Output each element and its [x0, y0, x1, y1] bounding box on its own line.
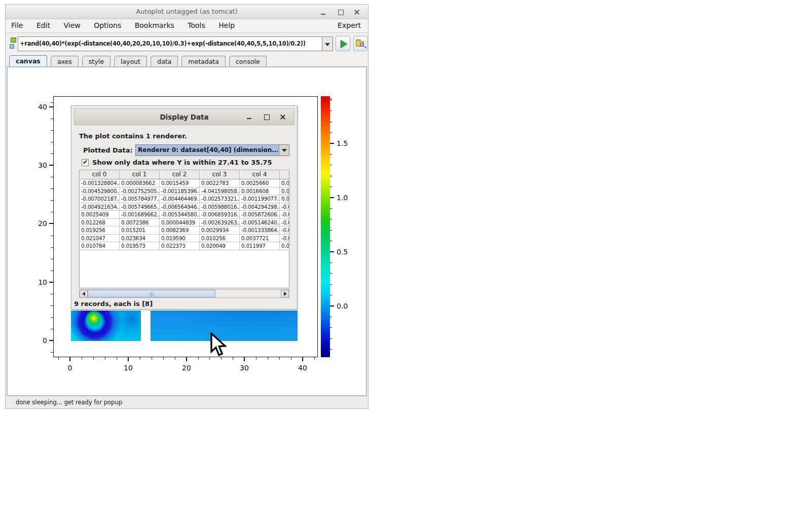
table-cell[interactable]: -0.0 — [280, 235, 289, 243]
table-row[interactable]: -0.004921634...-0.005749665...-0.0065649… — [80, 203, 289, 211]
scroll-right-icon[interactable] — [281, 290, 289, 297]
table-cell[interactable]: 0.00 — [280, 195, 289, 203]
table-cell[interactable]: 0.0015459 — [160, 179, 200, 187]
table-cell[interactable]: -0.0 — [280, 219, 289, 227]
table-cell[interactable]: -0.006564946... — [160, 203, 200, 211]
menu-tools[interactable]: Tools — [182, 19, 211, 33]
table-cell[interactable]: 0.023634 — [120, 235, 160, 243]
column-header[interactable] — [280, 170, 289, 179]
table-horizontal-scrollbar[interactable] — [79, 289, 289, 298]
dialog-minimize-icon[interactable] — [246, 114, 252, 120]
tab-axes[interactable]: axes — [51, 56, 79, 66]
table-cell[interactable]: -0.005988016... — [200, 203, 240, 211]
dialog-maximize-icon[interactable] — [264, 114, 270, 120]
table-cell[interactable]: 0.010784 — [80, 242, 120, 250]
table-cell[interactable]: -0.002573321... — [200, 195, 240, 203]
table-cell[interactable]: -0.0 — [280, 226, 289, 235]
uri-dropdown-icon[interactable] — [322, 36, 333, 51]
table-cell[interactable]: 0.010256 — [200, 235, 240, 243]
menu-edit[interactable]: Edit — [31, 19, 56, 33]
table-cell[interactable]: -0.001328804... — [80, 179, 120, 187]
scrollbar-thumb[interactable] — [88, 290, 215, 297]
scroll-left-icon[interactable] — [80, 290, 88, 297]
minimize-icon[interactable] — [320, 9, 326, 15]
table-row[interactable]: 0.0025409-0.001689662...-0.005344580...-… — [80, 211, 289, 219]
table-cell[interactable]: 0.019256 — [80, 226, 120, 235]
table-cell[interactable]: -0.002752505... — [120, 187, 160, 196]
table-cell[interactable]: -0.004921634... — [80, 203, 120, 211]
table-row[interactable]: -0.001328804...0.0000836620.00154590.002… — [80, 179, 289, 187]
close-icon[interactable] — [354, 9, 360, 15]
menu-options[interactable]: Options — [88, 19, 127, 33]
table-cell[interactable]: 0.019590 — [160, 235, 200, 243]
table-cell[interactable]: -0.001689662... — [120, 211, 160, 219]
table-cell[interactable]: 0.0025409 — [80, 211, 120, 219]
plot-canvas[interactable]: 40 30 20 10 0 0 10 20 30 40 1.5 1. — [7, 66, 367, 396]
table-cell[interactable]: 0.019573 — [120, 242, 160, 250]
plot-go-button[interactable] — [336, 36, 350, 51]
table-cell[interactable]: -0.001199077... — [240, 195, 280, 203]
table-cell[interactable]: 0.012268 — [80, 219, 120, 227]
column-header[interactable]: col 0 — [80, 170, 120, 179]
table-cell[interactable]: -0.0 — [280, 211, 289, 219]
tab-data[interactable]: data — [151, 56, 178, 66]
table-cell[interactable]: -0.002639263... — [200, 219, 240, 227]
table-cell[interactable]: 0.022373 — [160, 242, 200, 250]
table-cell[interactable]: -0.001333864... — [240, 226, 280, 235]
table-cell[interactable]: -0.006859316... — [200, 211, 240, 219]
dialog-titlebar[interactable]: Display Data — [74, 108, 294, 125]
table-cell[interactable]: 0.0016608 — [240, 187, 280, 196]
table-cell[interactable]: 0.015201 — [120, 226, 160, 235]
table-cell[interactable]: 0.0025660 — [240, 179, 280, 187]
table-cell[interactable]: 0.00 — [280, 242, 289, 250]
column-header[interactable]: col 4 — [240, 170, 280, 179]
table-cell[interactable]: 0.0072386 — [120, 219, 160, 227]
table-cell[interactable]: -0.001185396... — [160, 187, 200, 196]
tab-canvas[interactable]: canvas — [9, 55, 47, 66]
tab-metadata[interactable]: metadata — [181, 56, 226, 66]
table-row[interactable]: -0.007002187...-0.005784977...-0.0044644… — [80, 195, 289, 203]
tab-style[interactable]: style — [82, 56, 110, 66]
table-cell[interactable]: -0.005784977... — [120, 195, 160, 203]
menu-view[interactable]: View — [58, 19, 86, 33]
table-row[interactable]: -0.004529800...-0.002752505...-0.0011853… — [80, 187, 289, 196]
table-row[interactable]: 0.0210470.0236340.0195900.0102560.003772… — [80, 235, 289, 243]
table-cell[interactable]: -0.004529800... — [80, 187, 120, 196]
dialog-close-icon[interactable] — [280, 114, 286, 120]
column-header[interactable]: col 1 — [120, 170, 160, 179]
table-cell[interactable]: 0.00 — [280, 179, 289, 187]
table-cell[interactable]: 0.021047 — [80, 235, 120, 243]
table-row[interactable]: 0.0107840.0195730.0223730.0200490.011997… — [80, 242, 289, 250]
table-cell[interactable]: -0.005344580... — [160, 211, 200, 219]
table-cell[interactable]: -0.005872606... — [240, 211, 280, 219]
maximize-icon[interactable] — [338, 9, 344, 15]
filter-checkbox[interactable]: ✔ — [82, 159, 89, 166]
table-cell[interactable]: -0.004294298... — [240, 203, 280, 211]
column-header[interactable]: col 2 — [160, 170, 200, 179]
table-cell[interactable]: 0.011997 — [240, 242, 280, 250]
menu-bookmarks[interactable]: Bookmarks — [129, 19, 180, 33]
renderer-combobox[interactable]: Renderer 0: dataset[40,40] (dimension... — [135, 144, 289, 156]
column-header[interactable]: col 3 — [200, 170, 240, 179]
tab-layout[interactable]: layout — [114, 56, 147, 66]
data-table[interactable]: col 0col 1col 2col 3col 4 -0.001328804..… — [79, 170, 289, 288]
table-cell[interactable]: 0.0082369 — [160, 226, 200, 235]
table-cell[interactable]: -0.005749665... — [120, 203, 160, 211]
table-cell[interactable]: -0.0 — [280, 203, 289, 211]
tab-console[interactable]: console — [229, 56, 267, 66]
menu-help[interactable]: Help — [213, 19, 240, 33]
table-cell[interactable]: -0.005146240... — [240, 219, 280, 227]
table-row[interactable]: 0.0122680.00723860.000044839-0.002639263… — [80, 219, 289, 227]
menu-file[interactable]: File — [6, 19, 28, 33]
table-cell[interactable]: -0.007002187... — [80, 195, 120, 203]
combobox-arrow-icon[interactable] — [279, 145, 289, 156]
table-cell[interactable]: 0.0029934 — [200, 226, 240, 235]
uri-input[interactable]: +rand(40,40)*(exp(-distance(40,40,20,20,… — [18, 36, 322, 51]
table-cell[interactable]: 0.0022783 — [200, 179, 240, 187]
table-cell[interactable]: -0.004464469... — [160, 195, 200, 203]
inspect-uri-button[interactable] — [353, 36, 367, 51]
table-row[interactable]: 0.0192560.0152010.00823690.0029934-0.001… — [80, 226, 289, 235]
table-cell[interactable]: 0.020049 — [200, 242, 240, 250]
table-cell[interactable]: 0.000044839 — [160, 219, 200, 227]
table-cell[interactable]: 0.00 — [280, 187, 289, 196]
